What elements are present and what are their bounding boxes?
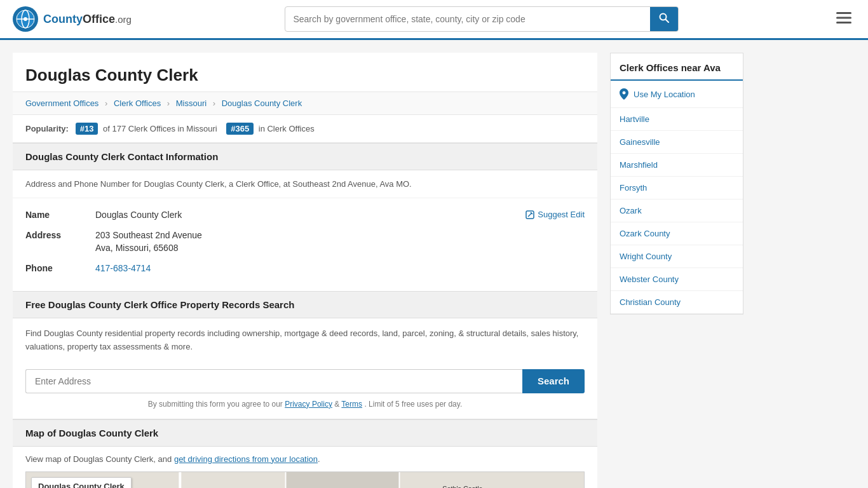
map-place-name: Douglas County Clerk	[38, 482, 125, 488]
search-icon	[659, 13, 669, 23]
sidebar-link-item: Marshfield	[611, 154, 743, 177]
breadcrumb-government-offices[interactable]: Government Offices	[25, 98, 98, 108]
contact-address-row: Address 203 Southeast 2nd Avenue Ava, Mi…	[25, 225, 585, 258]
contact-phone-row: Phone 417-683-4714	[25, 258, 585, 278]
svg-point-4	[24, 17, 27, 21]
sidebar-link-ozark-county[interactable]: Ozark County	[611, 222, 743, 245]
sidebar-link-item: Gainesville	[611, 131, 743, 154]
sidebar-link-christian-county[interactable]: Christian County	[611, 291, 743, 313]
svg-rect-20	[287, 472, 399, 488]
svg-rect-8	[836, 17, 851, 19]
contact-address-label: Address	[25, 230, 95, 240]
svg-rect-9	[836, 22, 851, 24]
property-description: Find Douglas County residential property…	[13, 318, 597, 363]
page-title: Douglas County Clerk	[13, 53, 597, 92]
privacy-policy-link[interactable]: Privacy Policy	[285, 400, 332, 409]
contact-address-line1: 203 Southeast 2nd Avenue	[95, 230, 202, 240]
breadcrumb: Government Offices › Clerk Offices › Mis…	[13, 92, 597, 115]
sidebar-link-item: Ozark County	[611, 222, 743, 245]
form-disclaimer: By submitting this form you agree to our…	[13, 397, 597, 419]
popularity-bar: Popularity: #13 of 177 Clerk Offices in …	[13, 115, 597, 143]
phone-link[interactable]: 417-683-4714	[95, 263, 151, 273]
contact-name-label: Name	[25, 210, 95, 220]
sidebar-link-item: Wright County	[611, 245, 743, 268]
map-description: View map of Douglas County Clerk, and ge…	[13, 447, 597, 471]
menu-icon	[836, 12, 851, 24]
contact-description: Address and Phone Number for Douglas Cou…	[13, 170, 597, 198]
property-search-button[interactable]: Search	[522, 369, 585, 393]
sidebar-link-marshfield[interactable]: Marshfield	[611, 154, 743, 176]
suggest-edit-link[interactable]: Suggest Edit	[526, 210, 585, 219]
site-header: CountyOffice.org	[0, 0, 868, 40]
map-container[interactable]: Douglas County Public Defender Seth's Ca…	[25, 471, 585, 488]
breadcrumb-missouri[interactable]: Missouri	[176, 98, 207, 108]
breadcrumb-sep-3: ›	[213, 98, 215, 108]
contact-name-row: Name Douglas County Clerk Suggest Edit	[25, 205, 585, 225]
use-my-location-label: Use My Location	[634, 90, 695, 99]
popularity-rank1: #13	[76, 123, 98, 135]
contact-table: Name Douglas County Clerk Suggest Edit A…	[13, 198, 597, 291]
content-area: Douglas County Clerk Government Offices …	[13, 53, 597, 488]
svg-text:Seth's Castle: Seth's Castle	[442, 484, 482, 488]
search-button[interactable]	[650, 7, 678, 31]
contact-section-header: Douglas County Clerk Contact Information	[13, 143, 597, 170]
contact-address-value: 203 Southeast 2nd Avenue Ava, Missouri, …	[95, 230, 202, 253]
logo-text: CountyOffice.org	[43, 13, 132, 26]
global-search-bar[interactable]	[285, 6, 679, 32]
breadcrumb-douglas-county-clerk[interactable]: Douglas County Clerk	[222, 98, 302, 108]
breadcrumb-sep-1: ›	[105, 98, 107, 108]
contact-phone-label: Phone	[25, 263, 95, 273]
sidebar-link-item: Ozark	[611, 200, 743, 222]
svg-rect-7	[836, 12, 851, 14]
sidebar-link-hartville[interactable]: Hartville	[611, 108, 743, 130]
sidebar-box: Clerk Offices near Ava Use My Location H…	[610, 53, 743, 315]
popularity-rank1-context: of 177 Clerk Offices in Missouri	[103, 124, 217, 133]
map-section: Map of Douglas County Clerk View map of …	[13, 419, 597, 488]
sidebar-link-item: Forsyth	[611, 177, 743, 200]
search-input[interactable]	[285, 9, 650, 29]
site-logo-icon	[13, 6, 38, 32]
map-overlay: Douglas County Clerk View larger map	[31, 477, 132, 488]
breadcrumb-sep-2: ›	[167, 98, 170, 108]
contact-name-value: Douglas County Clerk	[95, 210, 182, 220]
map-section-header: Map of Douglas County Clerk	[13, 419, 597, 447]
popularity-rank2-context: in Clerk Offices	[259, 124, 315, 133]
sidebar-link-ozark[interactable]: Ozark	[611, 200, 743, 222]
logo-area: CountyOffice.org	[13, 6, 132, 32]
hamburger-menu[interactable]	[832, 7, 855, 31]
contact-address-line2: Ava, Missouri, 65608	[95, 243, 202, 253]
sidebar: Clerk Offices near Ava Use My Location H…	[610, 53, 743, 488]
property-section-header: Free Douglas County Clerk Office Propert…	[13, 291, 597, 318]
sidebar-title: Clerk Offices near Ava	[611, 53, 743, 81]
main-container: Douglas County Clerk Government Offices …	[0, 40, 868, 488]
sidebar-link-gainesville[interactable]: Gainesville	[611, 131, 743, 153]
sidebar-link-item: Webster County	[611, 268, 743, 291]
svg-line-6	[666, 20, 669, 23]
contact-phone-value: 417-683-4714	[95, 263, 151, 273]
popularity-rank2: #365	[226, 123, 254, 135]
terms-link[interactable]: Terms	[341, 400, 362, 409]
address-input[interactable]	[25, 369, 522, 393]
popularity-label: Popularity:	[25, 124, 69, 133]
breadcrumb-clerk-offices[interactable]: Clerk Offices	[114, 98, 161, 108]
sidebar-link-webster-county[interactable]: Webster County	[611, 268, 743, 290]
sidebar-link-item: Christian County	[611, 291, 743, 314]
sidebar-link-wright-county[interactable]: Wright County	[611, 245, 743, 268]
address-search-row: Search	[13, 363, 597, 397]
use-my-location-link[interactable]: Use My Location	[611, 81, 743, 108]
sidebar-link-forsyth[interactable]: Forsyth	[611, 177, 743, 199]
directions-link[interactable]: get driving directions from your locatio…	[174, 454, 318, 464]
sidebar-link-item: Hartville	[611, 108, 743, 131]
location-pin-icon	[620, 88, 628, 100]
sidebar-links: HartvilleGainesvilleMarshfieldForsythOza…	[611, 108, 743, 314]
suggest-edit-icon	[526, 210, 534, 219]
